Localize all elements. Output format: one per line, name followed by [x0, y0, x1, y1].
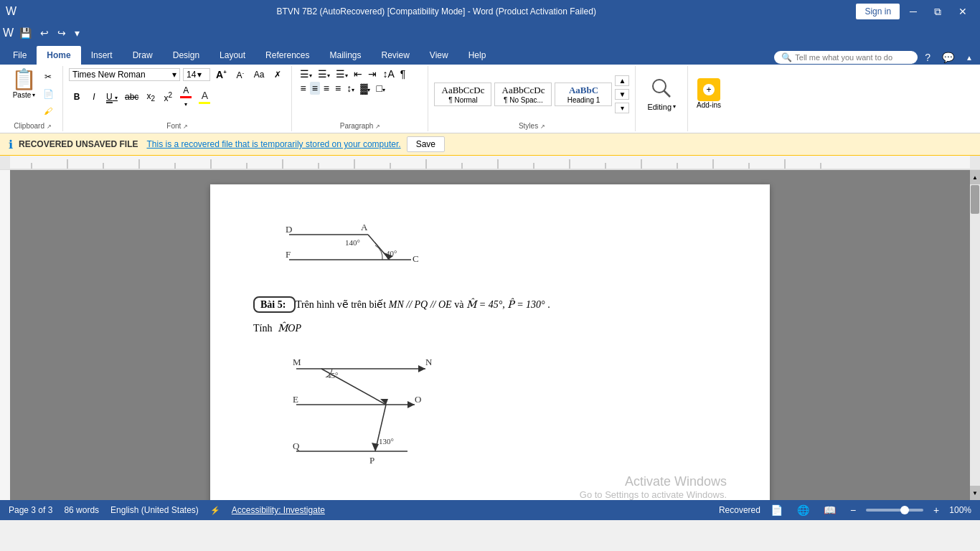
- zoom-out-button[interactable]: −: [846, 503, 860, 517]
- addins-group: + Add-ins: [688, 66, 731, 131]
- multilevel-button[interactable]: ☰▾: [334, 67, 350, 80]
- bold-button[interactable]: B: [69, 90, 85, 104]
- tab-review[interactable]: Review: [372, 46, 420, 65]
- help-icon[interactable]: ?: [920, 50, 935, 65]
- font-size-selector[interactable]: 14 ▾: [183, 68, 210, 81]
- save-qat-button[interactable]: 💾: [17, 26, 34, 40]
- recovery-link[interactable]: This is a recovered file that is tempora…: [146, 139, 400, 149]
- recovery-message: This is a recovered file that is tempora…: [146, 139, 400, 149]
- read-mode-button[interactable]: 📖: [819, 503, 840, 517]
- italic-button[interactable]: I: [86, 90, 102, 104]
- numbering-button[interactable]: ☰▾: [316, 67, 332, 80]
- align-right-button[interactable]: ≡: [321, 82, 331, 95]
- font-shrink-button[interactable]: A-: [232, 67, 248, 82]
- tab-mailings[interactable]: Mailings: [319, 46, 371, 65]
- justify-button[interactable]: ≡: [333, 82, 343, 95]
- web-view-button[interactable]: 🌐: [793, 503, 814, 517]
- ribbon-expand-button[interactable]: ▲: [961, 52, 977, 63]
- svg-marker-45: [372, 443, 379, 451]
- recovery-save-button[interactable]: Save: [407, 136, 445, 152]
- vertical-ruler-svg: [0, 170, 10, 500]
- vertical-scrollbar[interactable]: ▲ ▼: [970, 170, 980, 500]
- shading-button[interactable]: ▓▾: [358, 82, 372, 95]
- font-name-selector[interactable]: Times New Roman ▾: [69, 68, 180, 81]
- diagram1: D A F C 140° 40°: [282, 220, 727, 283]
- tab-help[interactable]: Help: [458, 46, 496, 65]
- change-case-button[interactable]: Aa: [251, 67, 268, 82]
- app-icon[interactable]: W: [6, 5, 17, 18]
- align-center-button[interactable]: ≡: [310, 82, 320, 95]
- page-content: D A F C 140° 40° Bài 5: Trên hì: [253, 220, 727, 475]
- tab-insert[interactable]: Insert: [81, 46, 123, 65]
- zoom-thumb[interactable]: [900, 506, 909, 514]
- style-no-spacing[interactable]: AaBbCcDc ¶ No Spac...: [494, 83, 552, 106]
- scroll-thumb[interactable]: [971, 185, 979, 214]
- accessibility-text[interactable]: Accessibility: Investigate: [232, 505, 325, 515]
- scroll-down-arrow[interactable]: ▼: [970, 486, 980, 500]
- tab-draw[interactable]: Draw: [123, 46, 163, 65]
- print-layout-button[interactable]: 📄: [766, 503, 787, 517]
- paragraph-label: Paragraph ↗: [298, 121, 422, 130]
- increase-indent-button[interactable]: ⇥: [366, 67, 379, 80]
- document-area[interactable]: D A F C 140° 40° Bài 5: Trên hì: [10, 170, 970, 500]
- bullets-button[interactable]: ☰▾: [298, 67, 314, 80]
- sort-button[interactable]: ↕A: [380, 67, 396, 80]
- document-page: D A F C 140° 40° Bài 5: Trên hì: [210, 184, 770, 500]
- restore-button[interactable]: ⧉: [927, 3, 948, 21]
- editing-button[interactable]: Editing ▾: [641, 74, 682, 114]
- highlight-color-button[interactable]: A: [196, 89, 213, 105]
- redo-button[interactable]: ↪: [55, 26, 69, 40]
- font-color-button[interactable]: A ▾: [177, 85, 194, 109]
- addins-button[interactable]: + Add-ins: [694, 75, 724, 112]
- scroll-track[interactable]: [970, 184, 980, 486]
- cut-button[interactable]: ✂: [39, 69, 57, 85]
- tinh-container: Tính M̂OP: [253, 321, 727, 336]
- tab-references[interactable]: References: [255, 46, 319, 65]
- undo-button[interactable]: ↩: [37, 26, 52, 40]
- format-painter-button[interactable]: 🖌: [39, 103, 57, 119]
- styles-expand-button[interactable]: ▾: [615, 103, 629, 113]
- styles-down-button[interactable]: ▼: [615, 89, 629, 100]
- tab-layout[interactable]: Layout: [209, 46, 255, 65]
- copy-button[interactable]: 📄: [39, 86, 57, 102]
- quick-access-toolbar: W 💾 ↩ ↪ ▾: [0, 23, 980, 43]
- strikethrough-button[interactable]: abc: [122, 90, 141, 104]
- styles-up-button[interactable]: ▲: [615, 75, 629, 86]
- ruler-right: [970, 156, 980, 169]
- ribbon-tab-right: 🔍 Tell me what you want to do ? 💬 ▲: [774, 50, 977, 65]
- borders-button[interactable]: □▾: [374, 82, 387, 95]
- word-icon[interactable]: W: [3, 27, 14, 39]
- decrease-indent-button[interactable]: ⇤: [352, 67, 364, 80]
- style-heading1[interactable]: AaBbC Heading 1: [555, 83, 612, 106]
- tab-home[interactable]: Home: [37, 46, 80, 65]
- style-normal[interactable]: AaBbCcDc ¶ Normal: [434, 83, 491, 106]
- close-button[interactable]: ✕: [951, 3, 974, 20]
- font-expand-icon[interactable]: ↗: [183, 123, 188, 130]
- status-right: Recovered 📄 🌐 📖 − + 100%: [719, 503, 971, 517]
- scroll-up-arrow[interactable]: ▲: [970, 170, 980, 184]
- paragraph-expand-icon[interactable]: ↗: [375, 123, 380, 130]
- minimize-button[interactable]: ─: [903, 3, 924, 20]
- line-spacing-button[interactable]: ↕▾: [344, 82, 357, 95]
- align-left-button[interactable]: ≡: [298, 82, 308, 95]
- tab-file[interactable]: File: [3, 46, 37, 65]
- font-controls-row1: Times New Roman ▾ 14 ▾ A+ A- Aa ✗: [69, 67, 286, 82]
- show-hide-button[interactable]: ¶: [398, 67, 408, 80]
- styles-expand-icon[interactable]: ↗: [540, 123, 545, 130]
- font-grow-button[interactable]: A+: [213, 67, 230, 82]
- bai5-formula2: M̂ = 45°, P̂ = 130°: [466, 299, 547, 310]
- tab-design[interactable]: Design: [163, 46, 209, 65]
- tab-view[interactable]: View: [420, 46, 458, 65]
- sign-in-button[interactable]: Sign in: [856, 4, 900, 19]
- underline-button[interactable]: U ▾: [103, 90, 121, 104]
- zoom-slider[interactable]: [866, 509, 923, 512]
- tell-me-box[interactable]: 🔍 Tell me what you want to do: [774, 51, 918, 64]
- qat-dropdown-button[interactable]: ▾: [72, 26, 83, 40]
- comment-icon[interactable]: 💬: [938, 50, 958, 65]
- clear-formatting-button[interactable]: ✗: [270, 67, 286, 82]
- clipboard-expand-icon[interactable]: ↗: [47, 123, 52, 130]
- superscript-button[interactable]: x2: [160, 90, 176, 104]
- zoom-in-button[interactable]: +: [929, 503, 943, 517]
- subscript-button[interactable]: x2: [143, 90, 159, 104]
- paste-button[interactable]: 📋 Paste ▾: [9, 67, 39, 121]
